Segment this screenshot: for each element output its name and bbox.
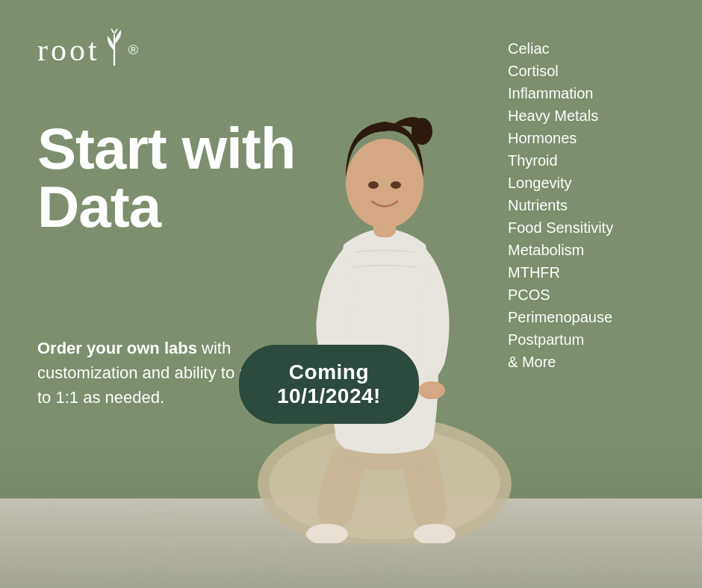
right-list: CeliacCortisolInflammationHeavy MetalsHo… bbox=[508, 37, 672, 373]
list-item: Inflammation bbox=[508, 82, 672, 104]
logo-plant-icon bbox=[102, 27, 127, 73]
svg-point-7 bbox=[391, 181, 401, 189]
subtext-bold: Order your own labs bbox=[37, 339, 197, 357]
list-item: Cortisol bbox=[508, 60, 672, 82]
list-item: Longevity bbox=[508, 172, 672, 194]
cta-button[interactable]: Coming 10/1/2024! bbox=[239, 345, 419, 424]
list-item: Food Sensitivity bbox=[508, 216, 672, 239]
cta-label: Coming 10/1/2024! bbox=[277, 360, 381, 407]
list-item: Heavy Metals bbox=[508, 104, 672, 127]
list-item: Thyroid bbox=[508, 149, 672, 172]
list-item: Celiac bbox=[508, 37, 672, 60]
logo: root ® bbox=[37, 27, 141, 73]
list-item: Postpartum bbox=[508, 328, 672, 351]
list-item: Nutrients bbox=[508, 194, 672, 216]
main-container: root ® Start with Data bbox=[0, 0, 702, 588]
svg-point-5 bbox=[411, 118, 432, 145]
list-item: & More bbox=[508, 351, 672, 373]
list-item: Hormones bbox=[508, 127, 672, 149]
logo-text: root bbox=[37, 32, 100, 68]
svg-point-6 bbox=[368, 181, 379, 189]
list-item: Metabolism bbox=[508, 239, 672, 261]
list-item: PCOS bbox=[508, 284, 672, 306]
list-item: Perimenopause bbox=[508, 306, 672, 328]
logo-area: root ® bbox=[37, 27, 141, 73]
person-image bbox=[246, 81, 523, 543]
svg-point-4 bbox=[346, 139, 423, 228]
svg-point-9 bbox=[418, 381, 445, 399]
logo-registered: ® bbox=[128, 43, 141, 58]
list-item: MTHFR bbox=[508, 261, 672, 284]
